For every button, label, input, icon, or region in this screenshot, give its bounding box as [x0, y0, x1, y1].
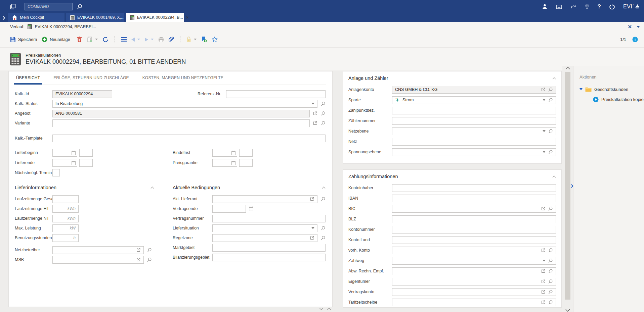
refresh-icon[interactable] [102, 37, 109, 43]
nav-forward-dropdown-icon[interactable] [151, 39, 154, 40]
print-icon[interactable] [158, 37, 164, 42]
caret-down-icon[interactable] [311, 103, 314, 105]
open-record-icon[interactable] [541, 290, 546, 294]
kalk-template-input[interactable] [52, 135, 326, 142]
scroll-up-icon[interactable] [327, 308, 331, 310]
preisgarantie-time-input[interactable] [239, 159, 253, 167]
calendar-icon[interactable] [231, 161, 235, 165]
info-icon[interactable] [632, 37, 638, 42]
laufzeitmenge-ht-input[interactable]: kWh [52, 205, 79, 213]
scroll-down-icon[interactable] [565, 309, 570, 312]
kontoinhaber-input[interactable] [392, 184, 556, 192]
calendar-icon[interactable] [72, 151, 76, 155]
preisgarantie-date-input[interactable] [212, 159, 237, 167]
search-icon[interactable] [320, 101, 326, 106]
tarifzeitscheibe-input[interactable] [392, 299, 556, 306]
search-icon[interactable] [147, 248, 152, 253]
tab-evikalk-00001469[interactable]: EVIKALK 00001469, X,... ✕ [66, 13, 124, 22]
zahlweg-input[interactable] [392, 257, 556, 265]
search-icon[interactable] [548, 290, 553, 295]
tab-evikalk-00002294[interactable]: EVIKALK 00002294, B... ✕ [126, 13, 184, 22]
caret-down-icon[interactable] [311, 227, 314, 229]
kalk-id-input[interactable]: EVIKALK 00002294 [52, 90, 112, 98]
scroll-down-icon[interactable] [319, 308, 324, 310]
open-record-icon[interactable] [541, 206, 546, 211]
command-search-icon[interactable] [77, 4, 83, 10]
search-icon[interactable] [548, 248, 553, 253]
power-icon[interactable] [609, 4, 615, 10]
nav-back-dropdown-icon[interactable] [137, 39, 140, 40]
delete-icon[interactable] [77, 37, 82, 42]
search-icon[interactable] [320, 111, 326, 116]
redo-icon[interactable] [570, 4, 576, 9]
netzebene-input[interactable] [392, 127, 556, 135]
laufzeitmenge-nt-input[interactable]: kWh [52, 215, 79, 222]
lieferende-date-input[interactable] [52, 159, 77, 167]
help-icon[interactable]: ? [598, 3, 601, 10]
tab-mein-cockpit[interactable]: Mein Cockpit [8, 13, 65, 22]
action-group-geschaeftskunden[interactable]: Geschäftskunden [579, 85, 641, 93]
naechstmoegl-termin-checkbox[interactable] [52, 169, 60, 176]
spannungsebene-input[interactable] [392, 148, 556, 156]
tab-erloese-steuern-zuschlaege[interactable]: ERLÖSE, STEUERN UND ZUSCHLÄGE [51, 71, 131, 85]
kontonummer-input[interactable] [392, 226, 556, 233]
globe-icon[interactable] [585, 4, 590, 9]
open-record-icon[interactable] [541, 87, 546, 92]
bindefrist-time-input[interactable] [239, 149, 253, 157]
collapse-section-icon[interactable] [322, 187, 326, 189]
variante-input[interactable] [52, 119, 310, 127]
liefersituation-input[interactable] [212, 224, 317, 232]
referenz-nr-input[interactable] [226, 90, 326, 98]
calendar-icon[interactable] [249, 206, 253, 211]
search-icon[interactable] [548, 87, 553, 92]
open-record-icon[interactable] [310, 197, 314, 201]
search-icon[interactable] [548, 300, 553, 305]
akt-lieferant-input[interactable] [212, 195, 317, 203]
lieferbeginn-date-input[interactable] [52, 149, 77, 157]
netzbetreiber-input[interactable] [52, 246, 144, 254]
new-button[interactable]: Neuanlage [42, 37, 70, 42]
expand-tabs-icon[interactable] [2, 16, 5, 20]
scroll-up-icon[interactable] [565, 66, 570, 70]
bic-input[interactable] [392, 205, 556, 213]
caret-down-icon[interactable] [543, 151, 546, 153]
sparte-input[interactable]: Strom [392, 96, 556, 104]
zählpunktbez-input[interactable] [392, 107, 556, 114]
blz-input[interactable] [392, 215, 556, 223]
marktgebiet-input[interactable] [212, 244, 326, 252]
lieferbeginn-time-input[interactable] [79, 149, 93, 157]
vertragsende-input[interactable] [212, 205, 246, 213]
command-input[interactable] [25, 3, 73, 10]
search-icon[interactable] [320, 226, 326, 231]
netz-input[interactable] [392, 138, 556, 146]
open-record-icon[interactable] [136, 248, 141, 252]
search-icon[interactable] [548, 129, 553, 134]
open-record-icon[interactable] [541, 269, 546, 273]
open-record-icon[interactable] [541, 248, 546, 253]
search-icon[interactable] [147, 257, 152, 262]
search-icon[interactable] [548, 206, 553, 211]
benutzungsstunden-input[interactable]: h [52, 234, 79, 242]
lock-dropdown-icon[interactable] [194, 39, 197, 40]
konto-land-input[interactable] [392, 236, 556, 244]
copy-dropdown-icon[interactable] [95, 39, 98, 40]
calendar-icon[interactable] [72, 161, 76, 165]
collapse-section-icon[interactable] [552, 175, 556, 178]
max-leistung-input[interactable]: kW [52, 224, 79, 232]
nav-back-icon[interactable] [131, 38, 135, 42]
search-icon[interactable] [548, 258, 553, 263]
search-icon[interactable] [320, 197, 326, 202]
bindefrist-date-input[interactable] [212, 149, 237, 157]
vertragskonto-input[interactable] [392, 288, 556, 296]
caret-down-icon[interactable] [543, 130, 546, 132]
close-record-icon[interactable]: ✕ [628, 24, 632, 30]
collapse-section-icon[interactable] [151, 187, 154, 189]
history-entry[interactable]: EVIKALK 00002294, BEARBEI... [28, 24, 96, 29]
open-record-icon[interactable] [136, 257, 141, 262]
msb-input[interactable] [52, 256, 144, 264]
tree-caret-icon[interactable] [579, 88, 583, 90]
vertragsnummer-input[interactable] [212, 215, 326, 222]
collapse-section-icon[interactable] [552, 77, 556, 80]
anlagenkonto-input[interactable]: CNS GMBH & CO. KG [392, 86, 556, 94]
lock-icon[interactable] [186, 37, 191, 42]
